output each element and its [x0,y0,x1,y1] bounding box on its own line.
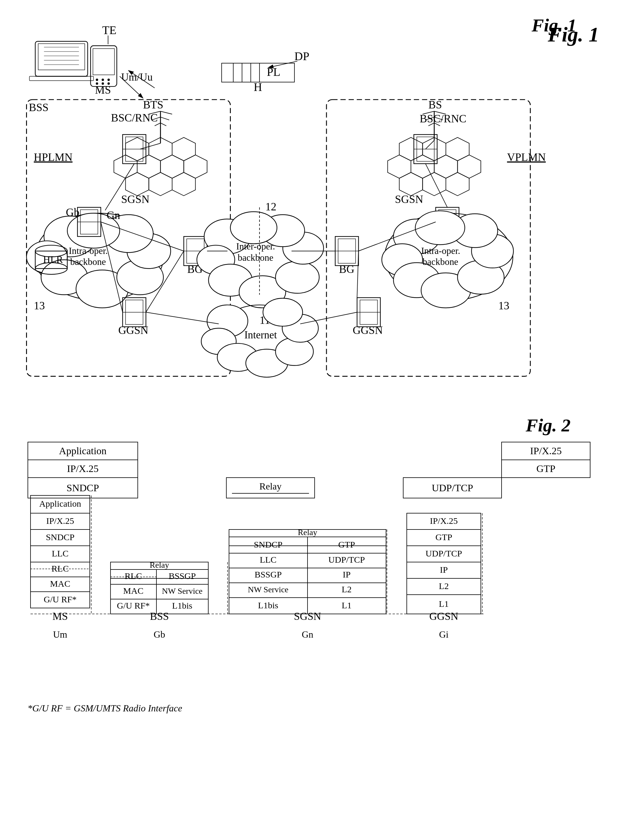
svg-text:BTS: BTS [143,99,163,111]
svg-rect-5 [221,63,294,82]
svg-line-42 [160,117,169,120]
svg-text:Um/Uu: Um/Uu [121,71,153,83]
svg-text:Intra-oper.: Intra-oper. [69,245,108,256]
protocol-table: Application IP/X.25 IP/X.25 GTP SNDCP Re… [28,442,590,498]
svg-text:UDP/TCP: UDP/TCP [328,555,365,565]
footnote: *G/U RF = GSM/UMTS Radio Interface [28,703,590,714]
svg-point-155 [415,211,465,245]
svg-text:Gb: Gb [153,629,165,640]
ggsn-ipx25: IP/X.25 [502,442,590,460]
svg-point-101 [230,212,277,244]
svg-text:L2: L2 [342,584,351,594]
svg-marker-138 [458,155,481,178]
svg-text:SNDCP: SNDCP [254,540,283,549]
svg-text:BSSGP: BSSGP [254,569,282,579]
protocol-svg: Application IP/X.25 SNDCP LLC RLC MAC G/… [28,492,590,694]
svg-line-169 [357,251,358,297]
svg-rect-12 [35,42,88,76]
svg-text:MS: MS [52,610,68,622]
svg-text:TE: TE [102,24,116,37]
svg-line-40 [160,111,172,114]
svg-point-25 [107,79,110,81]
svg-text:BS: BS [428,99,442,111]
svg-text:Gn: Gn [302,629,313,640]
svg-text:G/U RF*: G/U RF* [117,601,150,610]
svg-text:Relay: Relay [150,560,169,569]
svg-text:RLC: RLC [125,571,142,581]
svg-text:IP: IP [343,569,351,579]
svg-marker-55 [184,155,207,178]
svg-marker-57 [149,172,172,196]
svg-line-44 [160,123,166,126]
svg-point-113 [263,298,303,326]
svg-text:NW Service: NW Service [162,586,202,596]
svg-text:BG: BG [339,263,354,275]
svg-text:VPLMN: VPLMN [507,151,546,163]
fig1-title: Fig. 1 [532,15,576,36]
fig1-diagram: Fig. 1 TE DP PL H [18,12,600,397]
svg-marker-58 [172,172,196,196]
svg-text:IP/X.25: IP/X.25 [46,516,74,526]
svg-text:IP/X.25: IP/X.25 [430,516,458,526]
svg-text:SGSN: SGSN [395,193,423,205]
svg-text:12: 12 [266,201,276,213]
svg-text:G/U RF*: G/U RF* [44,595,77,604]
empty-span [138,460,502,478]
svg-text:Application: Application [39,499,81,508]
svg-text:13: 13 [498,300,509,312]
svg-line-146 [425,164,447,207]
svg-line-131 [425,140,434,149]
svg-text:L2: L2 [439,581,449,591]
table-row: Application IP/X.25 [28,442,590,460]
svg-text:backbone: backbone [70,257,106,267]
svg-text:MS: MS [95,84,111,96]
svg-marker-141 [446,172,469,196]
svg-text:LLC: LLC [260,555,277,565]
svg-marker-51 [172,137,196,161]
fig1-container: Fig. 1 Fig. 1 TE DP PL H [18,12,600,403]
svg-text:LLC: LLC [52,549,69,558]
svg-text:13: 13 [34,300,45,312]
svg-text:GGSN: GGSN [118,324,149,336]
svg-text:GTP: GTP [435,532,452,542]
svg-text:Gi: Gi [439,629,449,640]
svg-text:BSS: BSS [29,101,48,113]
svg-text:HPLMN: HPLMN [34,151,73,163]
svg-point-98 [276,261,319,293]
footnote-text: *G/U RF = GSM/UMTS Radio Interface [28,703,182,714]
fig2-container: Fig. 2 Application IP/X.25 IP/X.25 GTP [18,415,600,714]
svg-marker-134 [446,137,469,161]
svg-text:MAC: MAC [50,579,70,589]
svg-point-23 [96,79,98,81]
svg-text:BSS: BSS [150,610,169,622]
protocol-stack-diagram: Application IP/X.25 IP/X.25 GTP SNDCP Re… [28,442,590,714]
svg-text:L1: L1 [342,600,351,610]
svg-text:PL: PL [267,65,280,79]
svg-marker-137 [434,155,458,178]
svg-text:SGSN: SGSN [121,193,150,205]
fig2-title: Fig. 2 [526,415,570,436]
page: Fig. 1 Fig. 1 TE DP PL H [0,0,618,840]
svg-text:GGSN: GGSN [429,610,458,622]
svg-text:SNDCP: SNDCP [46,532,75,542]
ggsn-gtp: GTP [502,460,590,478]
empty-span [138,442,502,460]
svg-text:BSSGP: BSSGP [169,571,196,581]
svg-text:HLR: HLR [43,254,63,265]
svg-text:L1bis: L1bis [258,600,278,610]
svg-text:MAC: MAC [123,586,143,596]
svg-text:GGSN: GGSN [352,324,383,336]
svg-text:NW Service: NW Service [248,585,288,594]
svg-text:L1bis: L1bis [172,601,192,610]
svg-text:Internet: Internet [244,329,277,341]
svg-text:RLC: RLC [52,563,69,573]
svg-text:L1: L1 [439,599,449,609]
svg-rect-22 [93,49,114,75]
svg-marker-140 [422,172,446,196]
sgsn-relay-label: Relay [232,481,309,494]
svg-marker-135 [388,155,411,178]
svg-marker-53 [137,155,160,178]
svg-text:Intra-oper.: Intra-oper. [421,245,460,256]
svg-text:H: H [254,80,262,94]
svg-text:Inter-oper.: Inter-oper. [236,241,275,251]
